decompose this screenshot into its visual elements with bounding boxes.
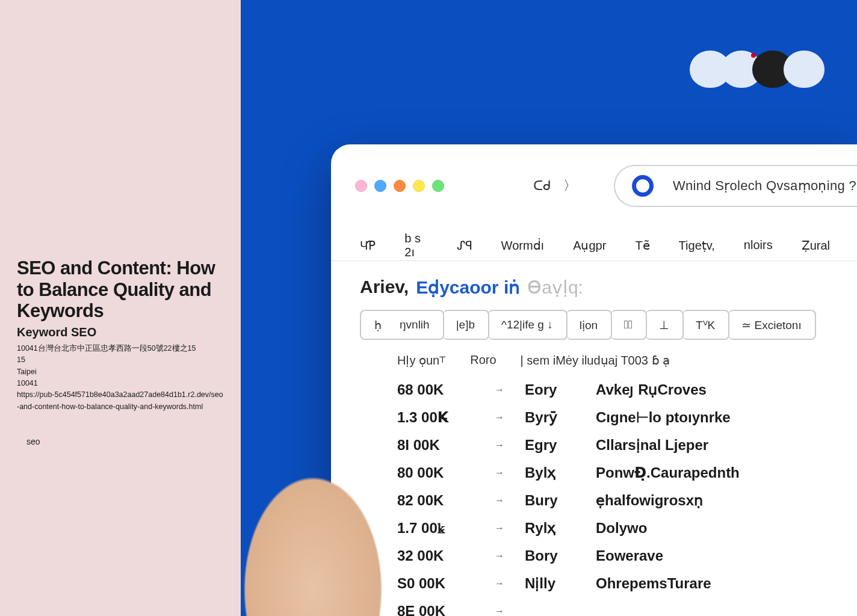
- seo-tag: seo: [26, 437, 224, 446]
- tool-7[interactable]: ≃ Excietonı: [728, 310, 815, 340]
- table-row[interactable]: 80 00K→BylҳPonwĐ̣.Caurapednth: [397, 459, 793, 487]
- page-title: SEO and Content: How to Balance Quality …: [17, 257, 224, 322]
- table-row[interactable]: 1.3 00K̵→ByrȳCıgne⊢lo ptoıynrke: [397, 404, 793, 431]
- tab-7[interactable]: nloirs: [744, 238, 773, 252]
- table-row[interactable]: 82 00K→Buryẹhalfowigrosxṇ: [397, 487, 793, 514]
- breadcrumb: Ariev, Eḍycaoor iṅ Ɵaṿḷq:: [331, 261, 857, 304]
- tab-8[interactable]: Ẓural: [802, 238, 830, 253]
- table-row[interactable]: 32 00K→BoryEowerave: [397, 542, 793, 570]
- meta-url: https://pub-5c454f571b8e40a3a2aad27ade84…: [17, 389, 224, 413]
- tab-strip: ЧƤ b s 2ı ᔑꟼ Wormḋı Aụgpr Tẽ Tigeṭv, nlo…: [331, 207, 857, 261]
- meta-city: Taipei: [17, 366, 224, 378]
- forward-icon[interactable]: 〉: [563, 177, 577, 195]
- table-row[interactable]: 1.7 00ꝃ→RylҳDolywo: [397, 514, 793, 542]
- tool-3[interactable]: lịon: [566, 310, 612, 340]
- tool-6[interactable]: TⱽK: [682, 310, 729, 340]
- pointing-hand-illustration: [241, 297, 421, 616]
- meta-line: 15: [17, 354, 224, 366]
- hero-pane: ᑕᑯ 〉 Wnind Sṛolech Qvsaṃoṇing ?mats Qitl…: [241, 0, 857, 616]
- tab-3[interactable]: Wormḋı: [501, 238, 545, 253]
- meta-address: 10041台灣台北市中正區忠孝西路一段50號22樓之15: [17, 343, 224, 354]
- tab-1[interactable]: b s 2ı: [404, 232, 427, 259]
- tab-6[interactable]: Tigeṭv,: [679, 238, 715, 253]
- table-row[interactable]: 8I 00K→EgryCllarsịnal Ljeper: [397, 431, 793, 459]
- tab-0[interactable]: ЧƤ: [360, 238, 376, 253]
- traffic-lights: [355, 180, 444, 192]
- logo-bubbles: [699, 51, 825, 88]
- table-row[interactable]: S0 00K→NịllyOhrepemsTurare: [397, 570, 793, 597]
- tool-2[interactable]: ^12|ife g ↓: [488, 310, 568, 340]
- reload-icon[interactable]: ᑕᑯ: [533, 178, 551, 194]
- tool-4[interactable]: ▭⃝: [611, 310, 647, 340]
- table-row[interactable]: 8E 00K→: [397, 597, 793, 616]
- address-bar[interactable]: Wnind Sṛolech Qvsaṃoṇing ?mats Qitl ··: [614, 165, 857, 207]
- tab-4[interactable]: Aụgpr: [573, 238, 606, 253]
- info-sidebar: SEO and Content: How to Balance Quality …: [0, 0, 241, 616]
- tab-2[interactable]: ᔑꟼ: [457, 238, 472, 253]
- search-icon: [632, 175, 654, 197]
- tool-1[interactable]: |e]b: [443, 310, 489, 340]
- page-subtitle: Keyword SEO: [17, 325, 224, 339]
- table-row[interactable]: 68 00K→EoryAvkeȷ RụCroves: [397, 376, 793, 404]
- meta-zip: 10041: [17, 378, 224, 389]
- format-toolbar: ḥŋvnlih |e]b ^12|ife g ↓ lịon ▭⃝ ⊥ TⱽK ≃…: [360, 310, 830, 340]
- address-bar-text: Wnind Sṛolech Qvsaṃoṇing ?mats Qitl ··: [673, 178, 857, 194]
- tool-5[interactable]: ⊥: [646, 310, 684, 340]
- tab-5[interactable]: Tẽ: [635, 238, 649, 253]
